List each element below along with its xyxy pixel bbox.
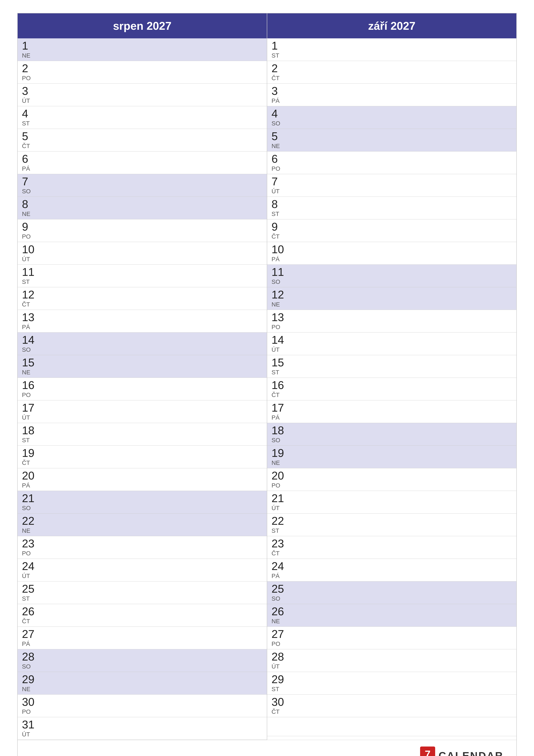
day-name: PÁ (22, 482, 39, 489)
day-number: 20 (22, 470, 39, 481)
day-number: 23 (22, 538, 39, 549)
day-row: 12 ČT (18, 287, 267, 310)
day-number: 19 (22, 447, 39, 459)
day-row: 11 SO (267, 265, 516, 287)
day-number: 27 (271, 629, 289, 640)
day-info: 13 PÁ (22, 311, 39, 331)
day-row: 21 ÚT (267, 491, 516, 514)
day-number: 12 (271, 289, 289, 300)
day-info: 7 SO (22, 176, 39, 195)
day-row: 24 PÁ (267, 559, 516, 581)
day-name: ST (22, 279, 39, 285)
day-number: 16 (22, 380, 39, 391)
day-info: 17 ÚT (22, 402, 39, 421)
day-info: 28 SO (22, 651, 39, 670)
day-info: 30 ČT (271, 696, 289, 715)
day-number: 21 (271, 493, 289, 504)
day-info: 15 ST (271, 357, 289, 376)
day-name: SO (271, 279, 289, 285)
day-row: 3 PÁ (267, 84, 516, 106)
day-row: 25 SO (267, 581, 516, 604)
day-number: 24 (271, 560, 289, 572)
day-number: 14 (22, 334, 39, 345)
calendar-header-row: srpen 2027 září 2027 (18, 14, 516, 39)
day-info: 14 ÚT (271, 334, 289, 353)
day-info: 24 PÁ (271, 560, 289, 580)
day-number: 18 (22, 425, 39, 436)
day-row: 5 ČT (18, 129, 267, 151)
day-name: ČT (22, 301, 39, 308)
day-number: 9 (271, 221, 289, 232)
day-info: 27 PO (271, 629, 289, 647)
day-info: 25 ST (22, 583, 39, 602)
day-row: 8 NE (18, 197, 267, 219)
day-row: 19 NE (267, 446, 516, 468)
day-info: 9 PO (22, 221, 39, 240)
footer-row: 7 CALENDAR (18, 740, 516, 756)
day-name: ÚT (22, 731, 39, 738)
day-number: 18 (271, 425, 289, 436)
day-info: 3 PÁ (271, 85, 289, 104)
day-row: 1 NE (18, 39, 267, 61)
day-name: ÚT (271, 663, 289, 670)
day-row: 16 PO (18, 378, 267, 400)
day-name: ÚT (22, 573, 39, 580)
day-row: 12 NE (267, 287, 516, 310)
day-row: 15 NE (18, 355, 267, 378)
day-row: 4 SO (267, 106, 516, 129)
day-info: 12 ČT (22, 289, 39, 308)
day-row: 17 PÁ (267, 400, 516, 423)
day-number: 5 (271, 131, 289, 142)
day-row: 13 PÁ (18, 310, 267, 333)
day-name: ST (22, 120, 39, 127)
day-name: PÁ (271, 414, 289, 421)
day-name: SO (271, 437, 289, 444)
day-info: 7 ÚT (271, 176, 289, 195)
day-row: 18 ST (18, 423, 267, 446)
month-header-august: srpen 2027 (18, 14, 267, 39)
day-name: ČT (271, 75, 289, 82)
day-number: 4 (271, 108, 289, 119)
day-info: 20 PO (271, 470, 289, 489)
day-number: 25 (22, 583, 39, 594)
day-name: NE (22, 210, 39, 217)
day-name: PÁ (22, 640, 39, 647)
day-name: ÚT (22, 256, 39, 263)
day-name: NE (271, 301, 289, 308)
day-name: NE (22, 527, 39, 534)
day-row: 7 ÚT (267, 174, 516, 197)
day-name: PO (22, 233, 39, 240)
calendar-body: 1 NE 2 PO 3 ÚT 4 ST (18, 39, 516, 740)
day-number: 30 (271, 696, 289, 708)
day-number: 9 (22, 221, 39, 232)
svg-text:7: 7 (425, 748, 430, 756)
day-number: 8 (22, 199, 39, 210)
day-number: 4 (22, 108, 39, 119)
day-row: 16 ČT (267, 378, 516, 400)
day-row: 22 ST (267, 514, 516, 536)
day-row: 8 ST (267, 197, 516, 219)
footer-logo-text: CALENDAR (439, 750, 503, 756)
day-number: 31 (22, 719, 39, 730)
day-name: PÁ (22, 324, 39, 331)
day-name: ST (22, 437, 39, 444)
day-info: 5 NE (271, 131, 289, 149)
day-row: 5 NE (267, 129, 516, 151)
day-number: 22 (271, 515, 289, 526)
day-number: 6 (22, 153, 39, 164)
day-number: 20 (271, 470, 289, 481)
day-name: ST (22, 595, 39, 602)
day-info: 10 ÚT (22, 244, 39, 263)
day-info: 12 NE (271, 289, 289, 308)
footer-logo: 7 CALENDAR (420, 746, 503, 756)
day-number: 2 (271, 63, 289, 74)
day-name: ČT (271, 392, 289, 398)
day-row: 31 ÚT (18, 717, 267, 740)
day-name: SO (271, 120, 289, 127)
day-info: 27 PÁ (22, 629, 39, 647)
day-row: 4 ST (18, 106, 267, 129)
day-number: 28 (271, 651, 289, 662)
day-info: 6 PO (271, 153, 289, 172)
day-row: 27 PÁ (18, 627, 267, 649)
day-row: 9 PO (18, 219, 267, 242)
